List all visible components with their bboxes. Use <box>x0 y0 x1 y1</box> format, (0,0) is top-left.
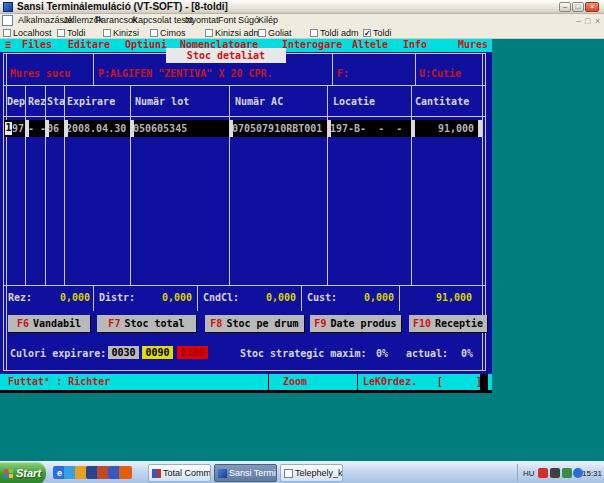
mdi-minimize-icon[interactable]: – <box>576 16 581 26</box>
cell-rez: - - <box>28 123 46 135</box>
status-divider <box>357 374 358 390</box>
grid-line <box>3 85 486 86</box>
cell-numar-lot: 050605345 <box>133 123 187 135</box>
cell-separator <box>301 285 302 311</box>
tray-language-indicator[interactable]: HU <box>523 469 535 478</box>
checkbox-localhost[interactable]: Localhost <box>3 28 52 38</box>
menu-kilep[interactable]: Kilép <box>258 15 278 25</box>
document-icon <box>284 469 293 478</box>
cell-separator <box>399 285 400 311</box>
status-bracket-open: [ <box>437 376 443 388</box>
fkey-f10-receptie[interactable]: F10Receptie <box>409 315 487 332</box>
cell-numar-ac: 070507910RBT001 <box>232 123 322 135</box>
table-row-selected[interactable]: 1 97 - - 06 2008.04.30 050605345 0705079… <box>4 120 482 137</box>
terminal-screen: Stoc detaliat Mures sucu P:ALGIFEN "ZENT… <box>0 52 492 374</box>
totals-rez-value: 0,000 <box>28 292 90 304</box>
col-header-expirare: Expirare <box>67 96 115 108</box>
checkbox-cimos[interactable]: Cimos <box>150 28 186 38</box>
terminal-emulator: ≡ Files Editare Optiuni Nomenclatoare In… <box>0 39 492 393</box>
row-separator-block <box>45 120 49 137</box>
fkey-f7-stoc-total[interactable]: F7Stoc total <box>97 315 196 332</box>
app-icon <box>3 2 13 12</box>
terminal-menu-mures[interactable]: Mures <box>458 39 488 51</box>
checkbox-box[interactable] <box>310 29 318 37</box>
strategic-stock-label: Stoc strategic maxim: <box>240 348 366 360</box>
totals-grand-total: 91,000 <box>404 292 472 304</box>
status-zoom-label[interactable]: Zoom <box>283 376 307 388</box>
terminal-menu-info[interactable]: Info <box>403 39 427 51</box>
frame-line <box>3 370 486 371</box>
mdi-child-icon[interactable] <box>2 15 13 26</box>
cell-separator <box>197 285 198 311</box>
col-header-numar-lot: Numär lot <box>135 96 189 108</box>
frame-line <box>3 53 4 371</box>
product-label: P:ALGIFEN "ZENTIVA" X 20 CPR. <box>98 68 273 80</box>
col-header-dep: Dep <box>7 96 25 108</box>
checkbox-box[interactable] <box>3 29 11 37</box>
cell-expirare: 2008.04.30 <box>66 123 126 135</box>
app-menubar: Alkalmazások Jellemzők Parancsok Kapcsol… <box>0 14 604 27</box>
checkbox-kinizsi-adm[interactable]: Kinizsi adm <box>205 28 261 38</box>
field-u-label: U:Cutie <box>419 68 461 80</box>
row-separator-block <box>130 120 134 137</box>
minimize-button[interactable]: – <box>559 2 571 12</box>
terminal-menu-files[interactable]: Files <box>22 39 52 51</box>
fkey-f8-stoc-pe-drum[interactable]: F8Stoc pe drum <box>205 315 304 332</box>
terminal-bottom-edge <box>0 390 492 393</box>
row-separator-block <box>327 120 331 137</box>
checkbox-box[interactable] <box>103 29 111 37</box>
total-commander-icon <box>152 469 161 478</box>
tray-display-icon[interactable] <box>562 468 572 478</box>
taskbar-task-sansi-terminal[interactable]: Sansi Terminále... <box>214 464 277 482</box>
grid-line <box>3 116 486 117</box>
mdi-restore-icon[interactable]: □ <box>585 16 590 26</box>
taskbar-task-total-commander[interactable]: Total Commande... <box>148 464 211 482</box>
checkbox-kinizsi[interactable]: Kinizsi <box>103 28 139 38</box>
menu-kapcsolat-teszt[interactable]: Kapcsolat teszt <box>132 15 193 25</box>
checkbox-box[interactable] <box>258 29 266 37</box>
checkbox-box[interactable] <box>205 29 213 37</box>
windows-flag-icon <box>4 469 13 478</box>
window-titlebar: Sansi Terminálemuláció (VT-SOFT) - [8-to… <box>0 0 604 14</box>
tray-scheduler-icon[interactable] <box>550 468 560 478</box>
terminal-menu-interogare[interactable]: Interogare <box>282 39 342 51</box>
expiry-box-180: 0180 <box>177 346 208 359</box>
col-header-locatie: Locatie <box>333 96 375 108</box>
restore-button[interactable]: □ <box>572 2 584 12</box>
terminal-menu-icon[interactable]: ≡ <box>5 39 11 51</box>
terminal-menu-optiuni[interactable]: Optiuni <box>125 39 167 51</box>
taskbar-task-telephely-document[interactable]: Telephely_készlo... <box>280 464 343 482</box>
terminal-menu-altele[interactable]: Altele <box>352 39 388 51</box>
mdi-close-icon[interactable]: × <box>595 16 600 26</box>
row-separator-block <box>25 120 29 137</box>
menu-font[interactable]: Font <box>218 15 236 25</box>
checkbox-box[interactable] <box>150 29 158 37</box>
status-query-label[interactable]: LeKΘrdez. <box>363 376 417 388</box>
checkmark-icon[interactable]: ✓ <box>363 29 371 37</box>
expiry-box-90: 0090 <box>142 346 173 359</box>
menu-sugo[interactable]: Súgó <box>238 15 259 25</box>
checkbox-toldi-adm[interactable]: Toldi adm <box>310 28 359 38</box>
tray-antivirus-icon[interactable] <box>538 468 548 478</box>
checkbox-goliat[interactable]: Goliat <box>258 28 292 38</box>
row-separator-block <box>411 120 415 137</box>
fkey-f9-date-produs[interactable]: F9Date produs <box>310 315 401 332</box>
terminal-cursor <box>480 374 488 390</box>
menu-nyomtat[interactable]: Nyomtat <box>185 15 219 25</box>
popup-title: Stoc detaliat <box>166 48 286 63</box>
checkbox-toldi-2[interactable]: ✓Toldi <box>363 28 392 38</box>
cell-separator <box>415 54 416 85</box>
cell-locatie: 197-B- - - <box>330 123 402 135</box>
start-button[interactable]: Start <box>0 462 46 483</box>
close-button[interactable]: × <box>585 2 599 12</box>
checkbox-box[interactable] <box>57 29 65 37</box>
terminal-menu-editare[interactable]: Editare <box>68 39 110 51</box>
quicklaunch-browser-icon[interactable] <box>119 466 132 479</box>
strategic-max-value: 0% <box>376 348 388 360</box>
totals-cndcl-value: 0,000 <box>234 292 296 304</box>
checkbox-toldi[interactable]: Toldi <box>57 28 86 38</box>
cell-dep: 97 <box>12 123 24 135</box>
tray-clock: 15:31 <box>582 469 602 478</box>
row-separator-block <box>478 120 482 137</box>
fkey-f6-vandabil[interactable]: F6Vandabil <box>8 315 90 332</box>
